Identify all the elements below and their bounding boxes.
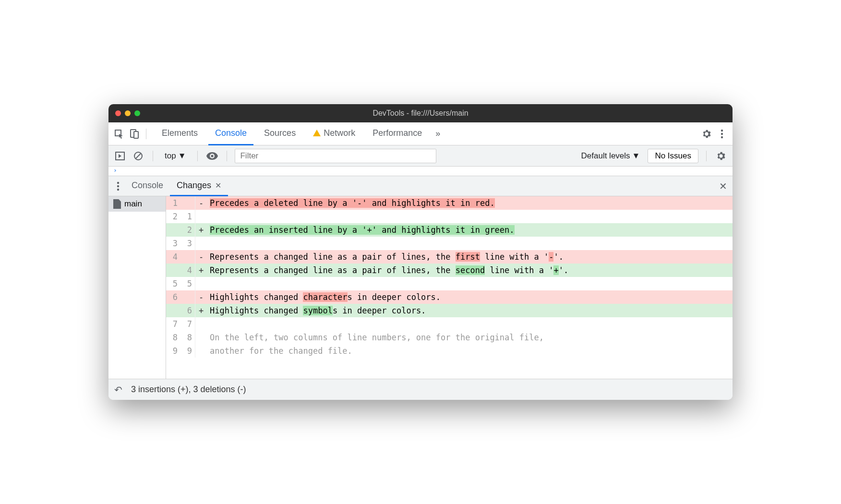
main-tabs: Elements Console Sources Network Perform… [155,122,429,145]
file-name: main [124,199,142,209]
warning-icon [313,130,321,136]
svg-point-4 [721,132,723,134]
traffic-lights [115,110,140,116]
svg-line-8 [136,154,141,158]
context-selector[interactable]: top ▼ [161,149,190,163]
tab-sources[interactable]: Sources [257,122,302,145]
diff-view: 1 - Precedes a deleted line by a '-' and… [166,196,733,379]
diff-line-deleted: 6 - Highlights changed characters in dee… [166,290,733,304]
separator [197,151,198,161]
svg-point-10 [117,181,119,183]
diff-line-context: 99 another for the changed file. [166,344,733,358]
context-label: top [165,151,176,161]
main-toolbar: Elements Console Sources Network Perform… [108,122,733,145]
svg-point-3 [721,129,723,131]
separator [153,151,153,161]
drawer-tabs: Console Changes ✕ ✕ [108,176,733,196]
diff-line-context: 88 On the left, two columns of line numb… [166,331,733,344]
svg-point-9 [211,155,214,157]
diff-line-inserted: 2 + Precedes an inserted line by a '+' a… [166,223,733,237]
clear-console-icon[interactable] [132,149,145,163]
levels-label: Default levels [581,151,630,161]
svg-rect-2 [134,132,138,138]
svg-point-5 [721,136,723,138]
diff-line: 55 [166,277,733,290]
drawer-tab-changes-label: Changes [177,180,211,191]
revert-icon[interactable]: ↶ [114,384,122,396]
changes-footer: ↶ 3 insertions (+), 3 deletions (-) [108,379,733,400]
file-icon [113,199,121,209]
diff-line-inserted: 4 + Represents a changed line as a pair … [166,264,733,277]
svg-point-11 [117,185,119,187]
kebab-menu-icon[interactable] [715,127,729,141]
diff-line-inserted: 6 + Highlights changed symbols in deeper… [166,304,733,317]
tab-network-label: Network [324,128,355,138]
inspect-element-icon[interactable] [112,127,126,141]
devtools-window: DevTools - file:///Users/main Elements C… [108,104,733,400]
close-tab-icon[interactable]: ✕ [215,181,221,190]
live-expression-eye-icon[interactable] [205,149,219,163]
window-title: DevTools - file:///Users/main [372,109,468,118]
console-toolbar: top ▼ Default levels ▼ No Issues [108,145,733,167]
diff-line-deleted: 1 - Precedes a deleted line by a '-' and… [166,196,733,210]
drawer-kebab-icon[interactable] [111,180,125,193]
drawer-tab-console[interactable]: Console [125,176,170,196]
separator [706,151,707,161]
diff-line: 77 [166,317,733,331]
file-tree-item[interactable]: main [108,196,166,212]
separator [227,151,227,161]
diff-line: 33 [166,237,733,250]
close-drawer-icon[interactable]: ✕ [716,180,730,193]
more-tabs-button[interactable]: » [431,129,445,139]
tab-network[interactable]: Network [306,122,362,145]
diff-line: 21 [166,210,733,223]
titlebar: DevTools - file:///Users/main [108,104,733,122]
file-tree: main [108,196,166,379]
device-toggle-icon[interactable] [128,127,141,141]
changes-summary: 3 insertions (+), 3 deletions (-) [131,384,246,395]
changes-panel: main 1 - Precedes a deleted line by a '-… [108,196,733,379]
svg-point-12 [117,188,119,190]
tab-performance[interactable]: Performance [366,122,429,145]
tab-elements[interactable]: Elements [155,122,204,145]
separator [146,129,146,139]
console-settings-gear-icon[interactable] [714,149,728,163]
show-sidebar-icon[interactable] [113,149,127,163]
settings-gear-icon[interactable] [700,127,713,141]
console-prompt[interactable]: › [108,167,733,176]
tab-console[interactable]: Console [208,122,253,145]
drawer-tab-changes[interactable]: Changes ✕ [170,176,228,196]
close-window-button[interactable] [115,110,121,116]
chevron-down-icon: ▼ [632,151,640,161]
zoom-window-button[interactable] [134,110,140,116]
log-levels-selector[interactable]: Default levels ▼ [578,151,643,161]
diff-line-deleted: 4 - Represents a changed line as a pair … [166,250,733,264]
minimize-window-button[interactable] [125,110,131,116]
chevron-down-icon: ▼ [178,151,186,161]
issues-button[interactable]: No Issues [648,149,698,163]
filter-input[interactable] [235,149,436,163]
